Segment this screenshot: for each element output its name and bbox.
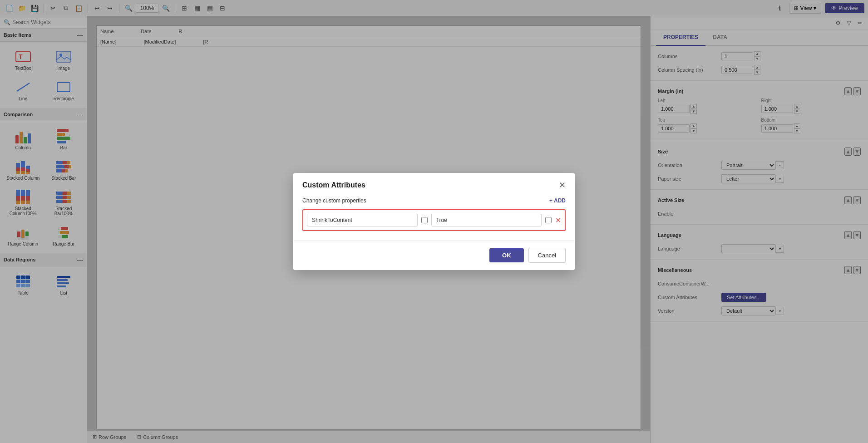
modal-attr-name-checkbox[interactable] — [421, 217, 428, 223]
modal-subtitle: Change custom properties + ADD — [302, 197, 566, 204]
modal-close-button[interactable]: ✕ — [559, 180, 566, 190]
modal-header: Custom Attributes ✕ — [293, 173, 575, 194]
modal-attr-row: ✕ — [302, 209, 566, 231]
modal-cancel-button[interactable]: Cancel — [528, 248, 566, 263]
modal-body: Change custom properties + ADD ✕ — [293, 194, 575, 240]
modal-attr-value-checkbox[interactable] — [545, 217, 552, 223]
modal-title: Custom Attributes — [302, 181, 365, 189]
custom-attributes-modal: Custom Attributes ✕ Change custom proper… — [293, 173, 575, 270]
modal-ok-button[interactable]: OK — [489, 248, 524, 262]
modal-add-button[interactable]: + ADD — [549, 197, 566, 204]
modal-remove-button[interactable]: ✕ — [555, 216, 561, 225]
modal-subtitle-text: Change custom properties — [302, 197, 366, 204]
modal-attr-value-input[interactable] — [431, 214, 542, 226]
modal-attr-name-input[interactable] — [307, 214, 418, 226]
modal-overlay: Custom Attributes ✕ Change custom proper… — [0, 0, 868, 443]
modal-footer: OK Cancel — [293, 240, 575, 270]
